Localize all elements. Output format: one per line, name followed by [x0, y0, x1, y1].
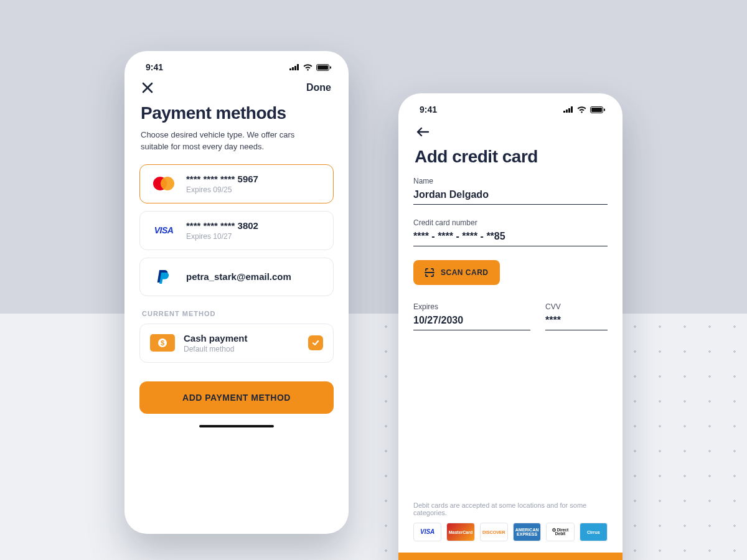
- svg-rect-13: [568, 108, 570, 113]
- svg-rect-2: [294, 66, 296, 70]
- battery-icon: [316, 64, 331, 71]
- save-button[interactable]: SAVE: [398, 553, 622, 560]
- card-expiry: Expires 10/27: [186, 232, 258, 241]
- paypal-email: petra_stark@email.com: [186, 271, 291, 282]
- brand-direct-debit: ⏣ Direct Debit: [546, 523, 574, 541]
- svg-rect-17: [604, 108, 605, 111]
- page-title: Payment methods: [141, 103, 334, 123]
- status-bar: 9:41: [125, 51, 349, 76]
- close-icon[interactable]: [142, 82, 153, 93]
- scan-icon: [425, 268, 435, 278]
- accepted-brands: VISA MasterCard DISCOVER AMERICAN EXPRES…: [413, 523, 608, 541]
- expires-label: Expires: [413, 302, 530, 311]
- paypal-icon: [150, 267, 177, 287]
- current-method-label: CURRENT METHOD: [142, 310, 334, 317]
- name-label: Name: [413, 177, 608, 185]
- status-bar: 9:41: [398, 93, 622, 118]
- expires-value: 10/27/2030: [413, 315, 530, 330]
- signal-icon: [563, 106, 573, 113]
- svg-rect-1: [292, 67, 294, 70]
- add-payment-method-button[interactable]: ADD PAYMENT METHOD: [139, 381, 334, 414]
- back-arrow-icon[interactable]: [416, 127, 430, 137]
- card-number-field[interactable]: Credit card number **** - **** - **** - …: [413, 218, 608, 246]
- status-time: 9:41: [146, 62, 163, 72]
- done-button[interactable]: Done: [306, 82, 331, 93]
- cc-value: **** - **** - **** - **85: [413, 231, 608, 246]
- brand-mastercard: MasterCard: [446, 523, 474, 541]
- brand-discover: DISCOVER: [480, 523, 508, 541]
- cash-title: Cash payment: [184, 333, 248, 343]
- svg-rect-5: [317, 65, 328, 70]
- status-icons: [563, 106, 605, 113]
- card-expiry: Expires 09/25: [186, 185, 258, 194]
- page-title: Add credit card: [415, 147, 608, 167]
- card-number: **** **** **** 3802: [186, 220, 258, 231]
- card-number: **** **** **** 5967: [186, 174, 258, 184]
- payment-methods-screen: 9:41 Done Payment methods Choose desired…: [125, 51, 349, 534]
- home-indicator: [199, 425, 274, 427]
- svg-rect-14: [571, 106, 573, 113]
- name-value: Jordan Delgado: [413, 189, 608, 205]
- visa-icon: VISA: [150, 220, 177, 240]
- page-subtitle: Choose desired vehicle type. We offer ca…: [141, 129, 321, 153]
- svg-rect-11: [563, 111, 565, 113]
- expires-field[interactable]: Expires 10/27/2030: [413, 302, 530, 330]
- cash-icon: $: [150, 334, 175, 352]
- cvv-value: ****: [545, 315, 608, 330]
- wifi-icon: [577, 106, 586, 113]
- svg-rect-3: [297, 64, 299, 70]
- add-credit-card-screen: 9:41 Add credit card Name Jordan Delgado…: [398, 93, 622, 560]
- svg-rect-0: [289, 68, 291, 70]
- debit-note: Debit cards are accepted at some locatio…: [413, 502, 608, 516]
- status-time: 9:41: [420, 105, 437, 114]
- payment-card-paypal[interactable]: petra_stark@email.com: [139, 258, 334, 296]
- svg-rect-16: [591, 108, 602, 112]
- signal-icon: [289, 64, 299, 70]
- cash-subtitle: Default method: [184, 345, 248, 353]
- cvv-field[interactable]: CVV ****: [545, 302, 608, 330]
- svg-text:$: $: [161, 339, 164, 347]
- cc-label: Credit card number: [413, 218, 608, 227]
- brand-cirrus: Cirrus: [580, 523, 608, 541]
- scan-card-button[interactable]: SCAN CARD: [413, 260, 500, 285]
- svg-point-8: [161, 177, 174, 190]
- check-icon: [308, 335, 323, 350]
- name-field[interactable]: Name Jordan Delgado: [413, 177, 608, 205]
- scan-card-label: SCAN CARD: [441, 268, 489, 277]
- payment-card-cash[interactable]: $ Cash payment Default method: [139, 324, 334, 363]
- status-icons: [289, 64, 331, 71]
- battery-icon: [590, 106, 605, 113]
- payment-card-visa[interactable]: VISA **** **** **** 3802 Expires 10/27: [139, 211, 334, 250]
- cvv-label: CVV: [545, 302, 608, 311]
- brand-amex: AMERICAN EXPRESS: [513, 523, 541, 541]
- mastercard-icon: [150, 174, 177, 194]
- payment-card-mastercard[interactable]: **** **** **** 5967 Expires 09/25: [139, 164, 334, 203]
- brand-visa: VISA: [413, 523, 441, 541]
- wifi-icon: [303, 64, 312, 71]
- svg-rect-6: [330, 66, 331, 68]
- svg-rect-12: [566, 110, 568, 113]
